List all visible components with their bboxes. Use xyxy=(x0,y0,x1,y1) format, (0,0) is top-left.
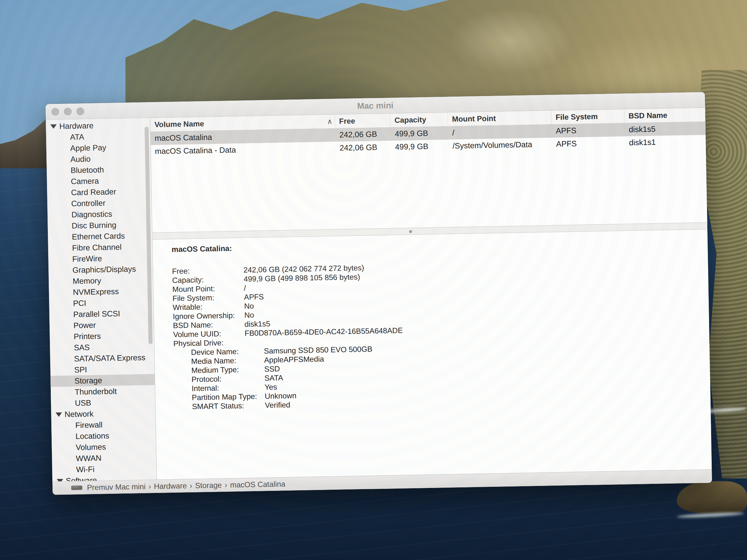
detail-label: Volume UUID: xyxy=(173,329,245,339)
cell-file_system: APFS xyxy=(552,125,625,136)
column-header-bsd-name[interactable]: BSD Name xyxy=(624,108,705,123)
detail-label: Media Name: xyxy=(191,355,264,366)
column-header-free[interactable]: Free xyxy=(335,113,391,128)
minimize-button[interactable] xyxy=(64,108,72,115)
sidebar-item-camera[interactable]: Camera xyxy=(47,175,151,188)
sidebar-section-label: Network xyxy=(65,409,94,419)
sidebar-item-controller[interactable]: Controller xyxy=(47,196,152,210)
sidebar-section-hardware[interactable]: Hardware xyxy=(46,119,150,132)
breadcrumb-separator: › xyxy=(149,482,151,490)
cell-capacity: 499,9 GB xyxy=(391,142,449,152)
cell-volume_name: macOS Catalina xyxy=(151,131,335,143)
column-header-mount-point[interactable]: Mount Point xyxy=(448,110,552,126)
sidebar-item-label: Audio xyxy=(70,155,91,164)
breadcrumb-item-premuv-mac-mini: Premuv Mac mini xyxy=(87,482,146,492)
sidebar-item-ata[interactable]: ATA xyxy=(46,130,151,143)
detail-label: Partition Map Type: xyxy=(192,392,265,402)
detail-label: Free: xyxy=(172,265,243,276)
close-button[interactable] xyxy=(51,108,59,115)
detail-label: Protocol: xyxy=(191,374,265,384)
sidebar-section-label: Software xyxy=(66,476,97,481)
sidebar-item-label: SATA/SATA Express xyxy=(74,353,146,363)
cell-bsd_name: disk1s5 xyxy=(625,124,706,134)
breadcrumb-separator: › xyxy=(190,481,192,490)
sidebar-item-label: SAS xyxy=(74,343,90,352)
breadcrumb-item-hardware: Hardware xyxy=(154,481,187,490)
disclosure-triangle-icon[interactable] xyxy=(50,124,57,129)
detail-label: BSD Name: xyxy=(173,320,245,330)
sidebar-item-label: SPI xyxy=(74,365,87,374)
disclosure-triangle-icon[interactable] xyxy=(55,412,62,417)
column-header-file-system[interactable]: File System xyxy=(551,109,625,124)
splitter-handle-icon[interactable] xyxy=(409,230,412,233)
sidebar-item-sas[interactable]: SAS xyxy=(50,341,154,354)
sidebar-item-label: ATA xyxy=(70,132,84,142)
sidebar-item-disc-burning[interactable]: Disc Burning xyxy=(48,219,152,232)
column-header-label: Volume Name xyxy=(154,119,204,129)
sidebar-item-diagnostics[interactable]: Diagnostics xyxy=(48,208,152,221)
window-body: HardwareATAApple PayAudioBluetoothCamera… xyxy=(46,108,712,481)
sidebar-item-printers[interactable]: Printers xyxy=(50,329,154,343)
sidebar-item-thunderbolt[interactable]: Thunderbolt xyxy=(51,385,155,398)
sidebar-item-volumes[interactable]: Volumes xyxy=(52,441,156,454)
sidebar-item-memory[interactable]: Memory xyxy=(49,274,153,287)
sidebar-item-label: Storage xyxy=(74,376,102,385)
detail-label: Internal: xyxy=(192,383,265,393)
sidebar-item-locations[interactable]: Locations xyxy=(51,429,156,443)
sidebar-item-label: Apple Pay xyxy=(70,143,106,153)
sidebar-item-fibre-channel[interactable]: Fibre Channel xyxy=(48,241,153,254)
sidebar-item-ethernet-cards[interactable]: Ethernet Cards xyxy=(48,230,152,243)
sidebar-item-parallel-scsi[interactable]: Parallel SCSI xyxy=(49,308,154,321)
sidebar-item-wi-fi[interactable]: Wi-Fi xyxy=(52,462,157,476)
detail-label: Ignore Ownership: xyxy=(173,311,244,321)
main-pane: Volume Name∧FreeCapacityMount PointFile … xyxy=(150,108,712,480)
zoom-button[interactable] xyxy=(76,107,84,115)
cell-mount_point: / xyxy=(448,127,552,138)
cell-free: 242,06 GB xyxy=(336,143,391,153)
sidebar-item-card-reader[interactable]: Card Reader xyxy=(47,186,151,198)
sidebar-item-label: Bluetooth xyxy=(71,165,104,175)
sidebar: HardwareATAApple PayAudioBluetoothCamera… xyxy=(46,118,157,481)
sidebar-item-bluetooth[interactable]: Bluetooth xyxy=(47,163,151,177)
sidebar-item-label: Firewall xyxy=(75,420,103,430)
sidebar-item-label: Printers xyxy=(74,331,101,341)
sort-ascending-icon: ∧ xyxy=(327,117,333,126)
traffic-lights xyxy=(51,107,84,115)
sidebar-item-usb[interactable]: USB xyxy=(51,396,155,409)
sidebar-item-label: Disc Burning xyxy=(72,220,117,231)
detail-value: / xyxy=(243,284,246,293)
sidebar-item-spi[interactable]: SPI xyxy=(50,363,155,376)
sidebar-item-nvmexpress[interactable]: NVMExpress xyxy=(49,285,153,298)
sidebar-item-apple-pay[interactable]: Apple Pay xyxy=(46,141,151,154)
sidebar-item-graphics-displays[interactable]: Graphics/Displays xyxy=(48,263,153,276)
sidebar-item-label: Controller xyxy=(71,198,106,208)
sidebar-section-label: Hardware xyxy=(59,121,94,131)
sidebar-item-firewire[interactable]: FireWire xyxy=(48,252,153,265)
detail-value: No xyxy=(244,311,254,320)
sidebar-item-firewall[interactable]: Firewall xyxy=(51,418,156,431)
details-pane: macOS Catalina: Free:242,06 GB (242 062 … xyxy=(152,229,712,480)
sidebar-item-label: Card Reader xyxy=(71,187,116,197)
sidebar-item-pci[interactable]: PCI xyxy=(49,296,153,310)
detail-value: SSD xyxy=(264,364,280,374)
column-header-capacity[interactable]: Capacity xyxy=(390,113,448,128)
sidebar-item-label: NVMExpress xyxy=(73,287,119,297)
sidebar-item-label: Diagnostics xyxy=(72,209,112,219)
sidebar-item-label: Parallel SCSI xyxy=(73,309,120,319)
cell-free: 242,06 GB xyxy=(335,130,391,139)
sidebar-item-audio[interactable]: Audio xyxy=(46,152,151,165)
breadcrumb-item-macos-catalina: macOS Catalina xyxy=(230,480,285,489)
detail-value: AppleAPFSMedia xyxy=(264,354,324,365)
column-header-label: BSD Name xyxy=(628,111,667,121)
disclosure-triangle-icon[interactable] xyxy=(57,479,63,481)
breadcrumb-separator: › xyxy=(225,481,227,489)
sidebar-item-wwan[interactable]: WWAN xyxy=(52,452,156,464)
sidebar-item-storage[interactable]: Storage xyxy=(50,374,155,387)
cell-mount_point: /System/Volumes/Data xyxy=(448,140,552,151)
cell-bsd_name: disk1s1 xyxy=(625,137,706,147)
detail-value: Unknown xyxy=(265,391,297,401)
sidebar-item-sata-sata-express[interactable]: SATA/SATA Express xyxy=(50,352,155,365)
sidebar-item-label: WWAN xyxy=(76,454,102,463)
sidebar-item-power[interactable]: Power xyxy=(50,319,154,331)
sidebar-section-network[interactable]: Network xyxy=(51,407,156,420)
